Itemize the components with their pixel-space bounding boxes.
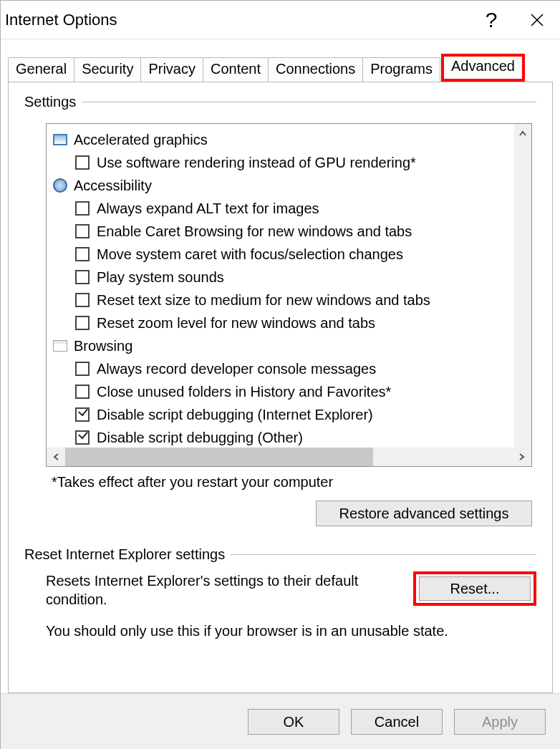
reset-group-label: Reset Internet Explorer settings [24,546,225,563]
checkbox[interactable] [75,362,90,376]
settings-items: Accelerated graphics Use software render… [47,124,514,448]
settings-tree: Accelerated graphics Use software render… [46,123,532,467]
settings-label: Settings [24,94,76,110]
option-label: Disable script debugging (Other) [97,430,303,446]
category-label: Browsing [74,338,132,354]
monitor-icon [53,134,67,145]
checkbox[interactable] [75,270,90,284]
chevron-right-icon [518,453,526,461]
tab-strip: General Security Privacy Content Connect… [8,54,553,82]
chevron-up-icon [518,129,527,137]
divider [82,102,536,102]
tab-content[interactable]: Content [203,57,269,82]
option-label: Move system caret with focus/selection c… [97,246,403,263]
settings-group-header: Settings [24,94,536,110]
option-row[interactable]: Play system sounds [52,266,514,289]
checkbox[interactable] [75,316,90,330]
category-label: Accessibility [74,178,152,194]
checkbox[interactable] [75,201,90,216]
option-label: Close unused folders in History and Favo… [97,384,391,400]
window-title: Internet Options [5,11,468,29]
checkbox[interactable] [75,385,90,399]
tab-privacy[interactable]: Privacy [140,57,203,82]
tab-content-advanced: Settings Accelerated graphics Use softwa… [8,82,553,693]
browsing-icon [53,340,67,352]
option-row[interactable]: Close unused folders in History and Favo… [52,380,514,403]
option-row[interactable]: Reset zoom level for new windows and tab… [52,311,514,334]
option-row[interactable]: Move system caret with focus/selection c… [52,243,514,266]
checkbox[interactable] [75,293,90,307]
scroll-right-arrow[interactable] [513,448,531,466]
dialog-button-bar: OK Cancel Apply [1,693,560,749]
option-row[interactable]: Reset text size to medium for new window… [52,289,514,311]
ok-button[interactable]: OK [248,709,339,735]
option-label: Reset zoom level for new windows and tab… [97,315,375,332]
close-button[interactable] [514,1,560,39]
option-label: Always expand ALT text for images [97,200,319,217]
category-accessibility: Accessibility [52,174,514,197]
option-label: Use software rendering instead of GPU re… [97,155,416,171]
option-row[interactable]: Enable Caret Browsing for new windows an… [52,220,514,243]
reset-button[interactable]: Reset... [419,576,531,601]
reset-warning: You should only use this if your browser… [24,623,536,639]
reset-button-highlight: Reset... [413,571,536,606]
option-row[interactable]: Always expand ALT text for images [52,197,514,220]
tab-advanced[interactable]: Advanced [441,54,525,82]
cancel-button[interactable]: Cancel [351,709,443,735]
checkbox[interactable] [75,407,90,422]
accessibility-icon [53,178,67,193]
option-row[interactable]: Always record developer console messages [52,357,514,380]
option-label: Disable script debugging (Internet Explo… [97,407,373,423]
title-bar: Internet Options ? [1,1,560,39]
close-icon [530,13,544,27]
checkbox[interactable] [75,224,90,238]
option-label: Enable Caret Browsing for new windows an… [97,223,412,240]
restart-note: *Takes effect after you restart your com… [52,474,536,491]
tab-general[interactable]: General [8,57,74,82]
horizontal-scrollbar[interactable] [47,448,531,466]
category-browsing: Browsing [52,334,514,357]
chevron-left-icon [52,453,60,461]
option-row[interactable]: Disable script debugging (Internet Explo… [52,403,514,426]
restore-advanced-settings-button[interactable]: Restore advanced settings [316,501,532,526]
option-label: Reset text size to medium for new window… [97,292,430,309]
option-label: Always record developer console messages [97,361,376,377]
option-row[interactable]: Disable script debugging (Other) [52,426,514,448]
scroll-left-arrow[interactable] [47,448,65,466]
reset-group-header: Reset Internet Explorer settings [24,546,536,563]
internet-options-window: Internet Options ? General Security Priv… [0,0,560,749]
tab-connections[interactable]: Connections [268,57,363,82]
tab-security[interactable]: Security [74,57,141,82]
apply-button: Apply [454,709,546,735]
option-label: Play system sounds [97,269,224,286]
category-accelerated-graphics: Accelerated graphics [52,128,514,151]
checkbox[interactable] [75,247,90,261]
checkbox[interactable] [75,155,90,170]
option-row[interactable]: Use software rendering instead of GPU re… [52,151,514,174]
category-label: Accelerated graphics [74,132,208,148]
checkbox[interactable] [75,430,90,445]
scroll-up-arrow[interactable] [514,124,531,142]
divider [231,554,536,555]
tab-programs[interactable]: Programs [362,57,440,82]
reset-description: Resets Internet Explorer's settings to t… [46,571,399,609]
vertical-scrollbar[interactable] [514,124,531,448]
scroll-thumb[interactable] [65,448,373,466]
help-button[interactable]: ? [468,1,514,39]
